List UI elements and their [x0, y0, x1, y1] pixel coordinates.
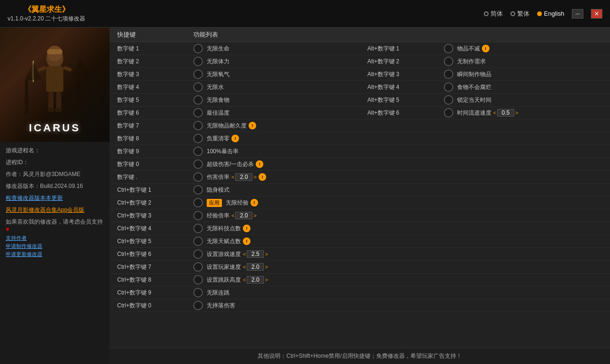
table-row: Ctrl+数字键 2 应用 无限经验 ! [110, 197, 610, 209]
table-row: 数字键 9 100%暴击率 [110, 145, 610, 158]
toggle-button[interactable] [193, 172, 203, 182]
exp-mult-value: 2.0 [235, 212, 252, 219]
shortcut-label: Ctrl+数字键 1 [117, 186, 193, 194]
toggle-button[interactable] [193, 288, 203, 297]
toggle-button[interactable] [193, 249, 203, 259]
warn-icon: ! [243, 225, 250, 232]
toggle-button[interactable] [193, 159, 203, 169]
func-label: 最佳温度 [207, 109, 352, 117]
lang-traditional-radio [510, 11, 515, 16]
func-label: 无摔落伤害 [207, 302, 602, 310]
toggle-button[interactable] [193, 95, 203, 105]
support-author-link[interactable]: 支持作者 [6, 235, 104, 242]
close-button[interactable]: ✕ [591, 9, 602, 19]
left-info: 游戏进程名： 进程ID： 作者：风灵月影@3DMGAME 修改器版本：Build… [0, 142, 110, 364]
increase-arrow[interactable]: > [253, 174, 256, 180]
toggle-button[interactable] [193, 301, 203, 310]
decrease-arrow[interactable]: < [231, 213, 234, 218]
heart-icon: ♥ [6, 226, 9, 233]
func-label-r: 锁定当天时间 [457, 96, 603, 104]
shortcut-label: 数字键 3 [117, 70, 193, 79]
request-make-link[interactable]: 申请制作修改器 [6, 243, 104, 250]
shortcut-label: 数字键 7 [117, 122, 193, 130]
toggle-button-r[interactable] [444, 95, 453, 105]
decrease-arrow[interactable]: < [231, 174, 234, 180]
shortcut-label: Ctrl+数字键 9 [117, 289, 193, 297]
right-cell: Alt+数字键 1 物品不减 ! [360, 42, 610, 55]
shortcut-label: Ctrl+数字键 2 [117, 199, 193, 207]
toggle-button[interactable] [193, 262, 203, 272]
app-link[interactable]: 风灵月影修改器合集App会员版 [6, 207, 84, 213]
decrease-arrow[interactable]: < [243, 251, 246, 257]
shortcut-label-r: Alt+数字键 2 [368, 58, 444, 66]
shortcut-label: Ctrl+数字键 3 [117, 212, 193, 220]
apply-button[interactable]: 应用 [207, 199, 222, 207]
func-label: 无限连跳 [207, 289, 602, 297]
table-row: 数字键 2 无限体力 Alt+数字键 2 无制作需求 [110, 55, 610, 68]
toggle-button[interactable] [193, 44, 203, 53]
increase-arrow[interactable]: > [253, 213, 256, 218]
toggle-button[interactable] [193, 134, 203, 143]
decrease-arrow[interactable]: < [243, 277, 246, 283]
toggle-button[interactable] [193, 108, 203, 118]
game-speed-value: 2.5 [247, 250, 264, 258]
mod-version-row: 修改器版本：Build.2024.09.16 [6, 182, 104, 190]
shortcut-label: 数字键 4 [117, 83, 193, 91]
toggle-button[interactable] [193, 69, 203, 79]
toggle-button[interactable] [193, 198, 203, 207]
table-row: 数字键 . 伤害倍率 < 2.0 > ! [110, 171, 610, 184]
table-row: Ctrl+数字键 6 设置游戏速度 < 2.5 > [110, 248, 610, 261]
toggle-button[interactable] [193, 211, 203, 220]
shortcut-label: 数字键 5 [117, 96, 193, 104]
toggle-button-r[interactable] [444, 82, 453, 92]
request-update-link[interactable]: 申请更新修改器 [6, 251, 104, 258]
toggle-button[interactable] [193, 82, 203, 92]
func-label: 无限食物 [207, 96, 352, 104]
table-body: 数字键 1 无限生命 Alt+数字键 1 物品不减 ! 数字键 2 无限体力 [110, 42, 610, 348]
author-row: 作者：风灵月影@3DMGAME [6, 170, 104, 178]
increase-arrow[interactable]: > [515, 110, 518, 116]
func-label: 设置游戏速度 < 2.5 > [207, 250, 602, 258]
toggle-button[interactable] [193, 147, 203, 156]
toggle-button-r[interactable] [444, 44, 453, 53]
increase-arrow[interactable]: > [265, 277, 268, 283]
lang-english-label: English [544, 10, 564, 17]
toggle-button[interactable] [193, 224, 203, 233]
toggle-button-r[interactable] [444, 69, 453, 79]
toggle-button[interactable] [193, 57, 203, 66]
minimize-button[interactable]: ─ [572, 9, 583, 19]
header-title: 《翼星求生》 v1.1.0-v2.2.20 二十七项修改器 [8, 5, 85, 23]
table-row: Ctrl+数字键 9 无限连跳 [110, 286, 610, 299]
table-row: 数字键 8 负重清零 ! [110, 132, 610, 145]
shortcut-label: 数字键 6 [117, 109, 193, 117]
toggle-button-r[interactable] [444, 108, 453, 118]
shortcut-label-r: Alt+数字键 5 [368, 96, 444, 104]
toggle-button[interactable] [193, 121, 203, 130]
app-link-row: 风灵月影修改器合集App会员版 [6, 206, 104, 214]
shortcut-label-r: Alt+数字键 4 [368, 83, 444, 91]
toggle-button[interactable] [193, 236, 203, 246]
col-func-header: 功能列表 [193, 30, 602, 39]
decrease-arrow[interactable]: < [243, 264, 246, 270]
lang-simplified[interactable]: 简体 [484, 10, 503, 18]
damage-mult-ctrl: < 2.0 > [231, 173, 257, 181]
lang-english[interactable]: English [537, 10, 564, 17]
game-image: ICARUS [0, 28, 110, 142]
increase-arrow[interactable]: > [265, 251, 268, 257]
lang-traditional[interactable]: 繁体 [510, 10, 530, 18]
process-name-label: 游戏进程名： [6, 147, 40, 154]
game-logo: ICARUS [29, 122, 80, 134]
decrease-arrow[interactable]: < [493, 110, 496, 116]
left-cell: 数字键 4 无限水 [110, 81, 360, 93]
header-right: 简体 繁体 English ─ ✕ [484, 9, 602, 19]
func-label: 100%暴击率 [207, 148, 602, 156]
right-panel: 快捷键 功能列表 数字键 1 无限生命 Alt+数字键 1 物品不减 ! [110, 28, 610, 364]
toggle-button[interactable] [193, 185, 203, 195]
toggle-button-r[interactable] [444, 57, 453, 66]
shortcut-label: 数字键 0 [117, 160, 193, 168]
check-update-link[interactable]: 检查修改器版本本更新 [6, 195, 63, 201]
increase-arrow[interactable]: > [265, 264, 268, 270]
toggle-button[interactable] [193, 275, 203, 285]
left-cell: 数字键 2 无限体力 [110, 55, 360, 68]
support-text-row: 如果喜欢我的修改器，请考虑会员支持♥ [6, 218, 104, 233]
